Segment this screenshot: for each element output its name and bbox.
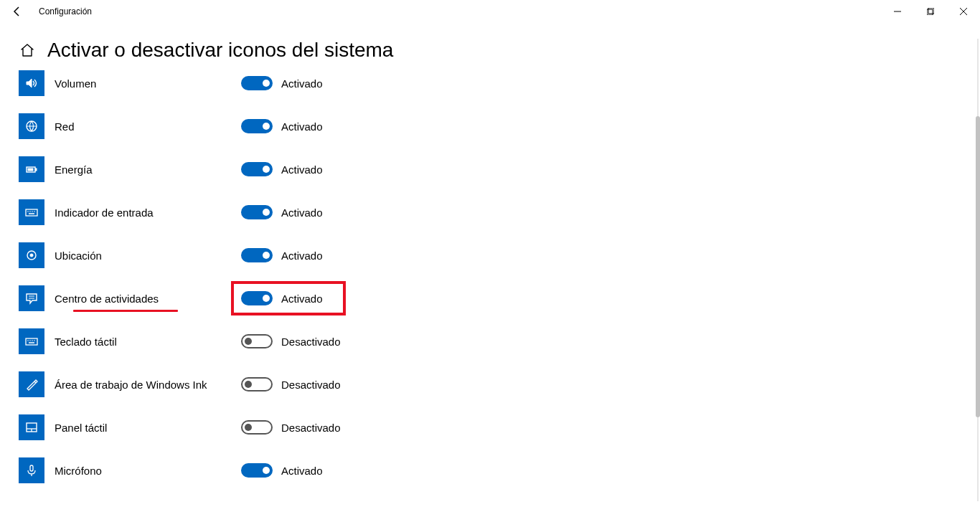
system-icons-list: Volumen Activado Red Activado Energía Ac… — [19, 62, 980, 492]
label-panel: Panel táctil — [55, 422, 227, 434]
svg-point-16 — [30, 254, 33, 257]
action-center-icon — [19, 285, 44, 311]
svg-rect-2 — [928, 8, 934, 14]
label-centro: Centro de actividades — [55, 293, 227, 305]
toggle-status-teclado: Desactivado — [281, 336, 341, 348]
row-centro: Centro de actividades Activado — [19, 277, 980, 320]
touch-keyboard-icon — [19, 328, 44, 354]
minimize-button[interactable] — [881, 0, 914, 23]
annotation-underline — [73, 310, 178, 312]
row-teclado: Teclado táctil Desactivado — [19, 320, 980, 363]
battery-icon — [19, 156, 44, 182]
close-button[interactable] — [947, 0, 980, 23]
toggle-status-energia: Activado — [281, 163, 323, 176]
title-bar: Configuración — [0, 0, 980, 23]
app-title: Configuración — [39, 6, 92, 16]
toggle-status-entrada: Activado — [281, 207, 323, 219]
label-ubicacion: Ubicación — [55, 250, 227, 262]
toggle-red[interactable] — [241, 119, 273, 133]
touchpad-icon — [19, 414, 44, 440]
label-energia: Energía — [55, 163, 227, 176]
network-icon — [19, 113, 44, 139]
row-entrada: Indicador de entrada Activado — [19, 191, 980, 234]
row-red: Red Activado — [19, 105, 980, 148]
row-ubicacion: Ubicación Activado — [19, 234, 980, 277]
svg-rect-1 — [927, 9, 933, 15]
row-panel: Panel táctil Desactivado — [19, 406, 980, 449]
page-title: Activar o desactivar iconos del sistema — [47, 39, 393, 62]
toggle-panel[interactable] — [241, 420, 273, 435]
row-ink: Área de trabajo de Windows Ink Desactiva… — [19, 363, 980, 406]
toggle-status-ubicacion: Activado — [281, 250, 323, 262]
toggle-teclado[interactable] — [241, 334, 273, 348]
microphone-icon — [19, 457, 44, 483]
label-entrada: Indicador de entrada — [55, 207, 227, 219]
toggle-centro[interactable] — [241, 291, 273, 305]
label-volumen: Volumen — [55, 77, 227, 90]
svg-rect-7 — [35, 169, 37, 171]
row-microfono: Micrófono Activado — [19, 449, 980, 492]
toggle-energia[interactable] — [241, 162, 273, 176]
toggle-ubicacion[interactable] — [241, 248, 273, 262]
svg-rect-9 — [26, 209, 37, 216]
toggle-status-ink: Desactivado — [281, 379, 341, 391]
svg-rect-19 — [26, 338, 37, 345]
toggle-volumen[interactable] — [241, 76, 273, 90]
label-red: Red — [55, 120, 227, 133]
toggle-status-panel: Desactivado — [281, 422, 341, 434]
svg-rect-28 — [30, 465, 33, 471]
keyboard-icon — [19, 199, 44, 225]
toggle-ink[interactable] — [241, 377, 273, 392]
row-energia: Energía Activado — [19, 148, 980, 191]
toggle-status-centro: Activado — [281, 293, 323, 305]
row-volumen: Volumen Activado — [19, 62, 980, 105]
toggle-status-volumen: Activado — [281, 77, 323, 90]
volume-icon — [19, 70, 44, 96]
page-header: Activar o desactivar iconos del sistema — [19, 39, 980, 62]
toggle-microfono[interactable] — [241, 463, 273, 478]
toggle-entrada[interactable] — [241, 205, 273, 219]
ink-icon — [19, 371, 44, 397]
back-button[interactable] — [0, 0, 34, 23]
location-icon — [19, 242, 44, 268]
toggle-status-microfono: Activado — [281, 465, 323, 477]
home-icon[interactable] — [19, 42, 36, 59]
svg-rect-8 — [28, 169, 33, 171]
toggle-status-red: Activado — [281, 120, 323, 133]
scrollbar-thumb[interactable] — [976, 116, 980, 417]
label-microfono: Micrófono — [55, 465, 227, 477]
label-ink: Área de trabajo de Windows Ink — [55, 379, 227, 391]
maximize-button[interactable] — [914, 0, 947, 23]
label-teclado: Teclado táctil — [55, 336, 227, 348]
